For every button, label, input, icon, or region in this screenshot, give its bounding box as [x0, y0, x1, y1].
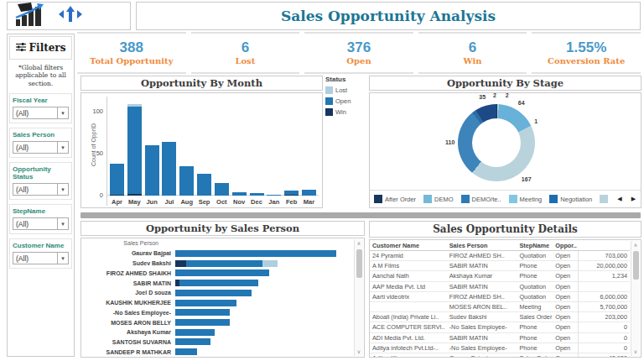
table-row[interactable]: Aboall (India) Private Li..Sudev BakshiS… [370, 312, 630, 322]
stage-donut-chart[interactable] [458, 104, 535, 181]
sales-person-dropdown[interactable]: (All) ▾ [13, 141, 69, 154]
scroll-up-arrow-icon[interactable]: ∧ [355, 239, 363, 248]
bar-segment-open[interactable] [179, 166, 194, 196]
sales-person-row[interactable]: FIROZ AHMED SHAIKH [81, 268, 353, 278]
stage-legend-item[interactable]: DEMO/te.. [461, 195, 501, 203]
month-bar-nov[interactable]: Nov [232, 192, 247, 206]
month-bar-may[interactable]: May [127, 104, 142, 206]
stage-legend-item[interactable]: After Order [374, 195, 416, 203]
scrollbar-thumb[interactable] [633, 251, 639, 280]
fiscal-year-dropdown[interactable]: (All) ▾ [13, 107, 69, 119]
sales-person-row[interactable]: KAUSHIK MUKHERJEE [81, 298, 353, 308]
month-bar-dec[interactable]: Dec [250, 193, 264, 206]
bar-segment-open[interactable] [127, 107, 142, 194]
column-header[interactable] [578, 240, 630, 250]
sales-person-bar[interactable] [175, 348, 197, 355]
scroll-up-arrow-icon[interactable]: ∧ [631, 241, 640, 249]
month-bar-aug[interactable]: Aug [179, 166, 194, 206]
legend-item-open[interactable]: Open [325, 97, 365, 105]
bar-segment-open[interactable] [215, 183, 229, 196]
table-scrollbar[interactable]: ∧ ∨ [631, 241, 640, 356]
stage-legend-item[interactable]: Meeting [509, 195, 543, 203]
month-bar-sep[interactable]: Sep [197, 174, 211, 206]
bar-segment-lost[interactable] [262, 260, 278, 267]
customer-name-dropdown[interactable]: (All) ▾ [13, 252, 69, 264]
table-row[interactable]: ACE COMPUTER SERVI..-No Sales Employee-P… [370, 322, 630, 332]
month-bar-oct[interactable]: Oct [215, 183, 229, 206]
bar-segment-open[interactable] [179, 280, 258, 286]
sales-person-bar[interactable] [175, 319, 230, 326]
bar-segment-open[interactable] [175, 250, 336, 257]
month-plot: AprMayJunJulAugSepOctNovDecJanFebMar [106, 97, 319, 206]
scrollbar-thumb[interactable] [356, 249, 362, 278]
sales-person-row[interactable]: Akshaya Kumar [81, 327, 353, 337]
sales-person-row[interactable]: -No Sales Employee- [81, 307, 353, 317]
sales-person-bar[interactable] [175, 309, 230, 316]
sales-person-row[interactable]: SABIR MATIN [81, 278, 353, 288]
sales-person-bar[interactable] [175, 250, 336, 257]
sales-person-bar[interactable] [175, 300, 236, 306]
table-row[interactable]: MOSES ARON BEL..MeetingOpen5,700,000 [370, 302, 630, 312]
sales-person-bar[interactable] [175, 329, 215, 336]
bar-segment-open[interactable] [175, 319, 230, 326]
legend-prev-arrow-icon[interactable]: ◀ [617, 196, 621, 202]
bar-segment-open[interactable] [145, 145, 159, 196]
stage-legend-item[interactable]: Negotiation [549, 195, 592, 203]
table-row[interactable]: Aditya infotech Pvt.Ltd-..-No Sales Empl… [370, 343, 630, 353]
stage-legend-item[interactable]: DEMO [423, 195, 454, 203]
bar-segment-open[interactable] [302, 190, 316, 196]
bar-segment-open[interactable] [162, 142, 176, 196]
bar-segment-open[interactable] [175, 329, 215, 336]
bar-segment-open[interactable] [175, 309, 230, 316]
month-bar-jan[interactable]: Jan [267, 195, 281, 206]
table-row[interactable]: Aanchal NathAkshaya KumarPhoneOpen1,234 [370, 271, 630, 281]
legend-item-win[interactable]: Win [325, 108, 365, 116]
sales-person-bar[interactable] [175, 290, 252, 296]
table-row[interactable]: Aarti videotrixFIROZ AHMED SH..Quotation… [370, 292, 630, 302]
bar-segment-open[interactable] [197, 174, 211, 196]
bar-segment-open[interactable] [110, 164, 124, 195]
month-bar-mar[interactable]: Mar [302, 190, 316, 206]
horizontal-scrollbar[interactable] [80, 212, 641, 218]
table-row[interactable]: Aditya KhannaGaurav BajpaiSales OrderOpe… [370, 353, 630, 358]
sales-person-bar[interactable] [175, 338, 210, 345]
sales-person-row[interactable]: MOSES ARON BELLY [81, 317, 353, 327]
table-cell: Open [553, 262, 578, 269]
scroll-down-arrow-icon[interactable]: ∨ [631, 348, 640, 356]
column-header[interactable]: Oppor.. [553, 242, 578, 249]
bar-segment-win[interactable] [175, 260, 186, 267]
sales-person-bar[interactable] [175, 280, 258, 286]
move-arrows-icon[interactable] [58, 5, 83, 27]
sales-person-row[interactable]: Gaurav Bajpai [81, 249, 353, 259]
scroll-down-arrow-icon[interactable]: ∨ [355, 348, 363, 356]
bar-segment-open[interactable] [175, 338, 210, 345]
column-header[interactable]: Customer Name [370, 242, 447, 249]
bar-segment-open[interactable] [175, 290, 252, 296]
column-header[interactable]: StepName [517, 242, 553, 249]
sales-person-row[interactable]: SANDEEP R MATHKAR [81, 347, 353, 357]
sales-person-row[interactable]: SANTOSH SUVARNA [81, 337, 353, 348]
month-bar-feb[interactable]: Feb [284, 191, 299, 206]
sales-person-row[interactable]: Joel D souza [81, 288, 353, 298]
bar-segment-open[interactable] [175, 348, 197, 355]
table-row[interactable]: AAP Media Pvt. LtdSABIR MATINQuotationOp… [370, 282, 630, 292]
sales-chart-scrollbar[interactable]: ∧ ∨ [354, 239, 363, 356]
table-row[interactable]: ADI Media Pvt. Ltd.SABIR MATINPhoneOpen0 [370, 333, 630, 343]
table-row[interactable]: A M FilmsSABIR MATINPhoneOpen20,000,000 [370, 261, 630, 271]
sales-person-bar[interactable] [175, 260, 278, 267]
sales-person-row[interactable]: Sudev Bakshi [81, 259, 353, 269]
column-header[interactable]: Sales Person [447, 242, 517, 249]
legend-item-lost[interactable]: Lost [325, 86, 365, 94]
month-bar-jun[interactable]: Jun [145, 145, 159, 206]
legend-next-arrow-icon[interactable]: ▶ [631, 196, 636, 202]
stepname-dropdown[interactable]: (All) ▾ [13, 217, 69, 230]
table-row[interactable]: 24 PyramidFIROZ AHMED SH..QuotationOpen7… [370, 251, 630, 261]
stage-legend-item[interactable] [600, 195, 608, 203]
month-bar-apr[interactable]: Apr [110, 164, 124, 206]
opportunity-status-dropdown[interactable]: (All) ▾ [13, 183, 69, 196]
month-bar-jul[interactable]: Jul [162, 142, 176, 206]
sales-person-bar[interactable] [175, 269, 269, 276]
bar-segment-open[interactable] [175, 300, 236, 306]
bar-segment-open[interactable] [175, 269, 269, 276]
bar-segment-open[interactable] [186, 260, 262, 267]
